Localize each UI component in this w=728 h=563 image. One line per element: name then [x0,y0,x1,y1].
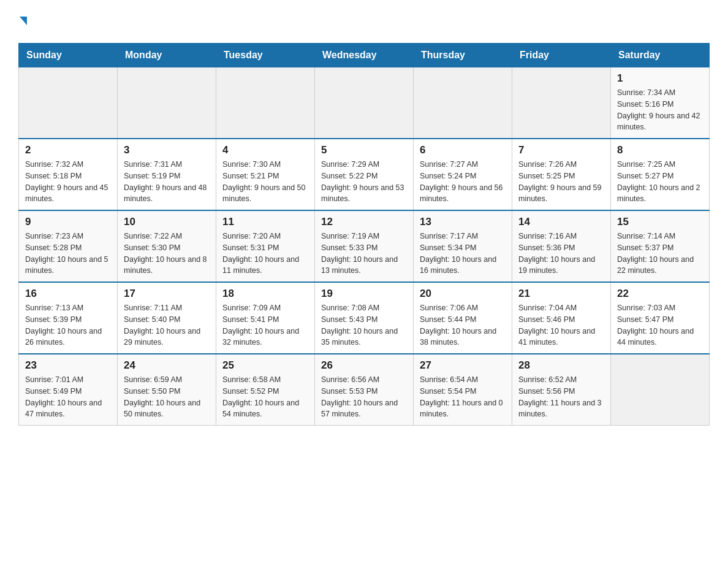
day-number: 10 [124,216,210,228]
day-number: 16 [25,288,111,300]
calendar-cell: 5Sunrise: 7:29 AM Sunset: 5:22 PM Daylig… [315,139,414,210]
column-header-saturday: Saturday [611,44,710,67]
day-number: 28 [518,359,604,372]
day-info: Sunrise: 7:32 AM Sunset: 5:18 PM Dayligh… [25,159,111,205]
day-info: Sunrise: 7:09 AM Sunset: 5:41 PM Dayligh… [222,302,308,348]
day-info: Sunrise: 7:16 AM Sunset: 5:36 PM Dayligh… [518,231,604,277]
column-header-sunday: Sunday [19,44,118,67]
day-number: 5 [321,144,407,156]
day-number: 12 [321,216,407,228]
calendar-cell: 24Sunrise: 6:59 AM Sunset: 5:50 PM Dayli… [118,354,216,426]
calendar-week-2: 2Sunrise: 7:32 AM Sunset: 5:18 PM Daylig… [19,139,710,210]
calendar-cell: 6Sunrise: 7:27 AM Sunset: 5:24 PM Daylig… [414,139,512,210]
day-number: 25 [222,359,308,372]
day-info: Sunrise: 6:54 AM Sunset: 5:54 PM Dayligh… [420,374,506,420]
logo [18,12,27,31]
calendar-cell: 23Sunrise: 7:01 AM Sunset: 5:49 PM Dayli… [19,354,118,426]
calendar-cell: 1Sunrise: 7:34 AM Sunset: 5:16 PM Daylig… [611,67,710,139]
calendar-cell: 7Sunrise: 7:26 AM Sunset: 5:25 PM Daylig… [512,139,611,210]
calendar-cell: 26Sunrise: 6:56 AM Sunset: 5:53 PM Dayli… [315,354,414,426]
calendar-week-4: 16Sunrise: 7:13 AM Sunset: 5:39 PM Dayli… [19,282,710,354]
day-info: Sunrise: 7:14 AM Sunset: 5:37 PM Dayligh… [617,231,703,277]
calendar-cell: 2Sunrise: 7:32 AM Sunset: 5:18 PM Daylig… [19,139,118,210]
column-header-tuesday: Tuesday [216,44,315,67]
day-number: 9 [25,216,111,228]
calendar-week-1: 1Sunrise: 7:34 AM Sunset: 5:16 PM Daylig… [19,67,710,139]
calendar-cell: 8Sunrise: 7:25 AM Sunset: 5:27 PM Daylig… [611,139,710,210]
calendar-cell: 10Sunrise: 7:22 AM Sunset: 5:30 PM Dayli… [118,210,216,282]
column-header-thursday: Thursday [414,44,512,67]
page-header [18,12,710,31]
day-number: 19 [321,288,407,300]
day-info: Sunrise: 7:30 AM Sunset: 5:21 PM Dayligh… [222,159,308,205]
day-number: 13 [420,216,506,228]
calendar-cell [118,67,216,139]
calendar-cell: 18Sunrise: 7:09 AM Sunset: 5:41 PM Dayli… [216,282,315,354]
day-info: Sunrise: 7:29 AM Sunset: 5:22 PM Dayligh… [321,159,407,205]
day-number: 22 [617,288,703,300]
day-number: 1 [617,72,703,85]
calendar-week-5: 23Sunrise: 7:01 AM Sunset: 5:49 PM Dayli… [19,354,710,426]
day-number: 18 [222,288,308,300]
day-info: Sunrise: 6:58 AM Sunset: 5:52 PM Dayligh… [222,374,308,420]
day-info: Sunrise: 6:59 AM Sunset: 5:50 PM Dayligh… [124,374,210,420]
calendar-cell: 4Sunrise: 7:30 AM Sunset: 5:21 PM Daylig… [216,139,315,210]
day-info: Sunrise: 6:56 AM Sunset: 5:53 PM Dayligh… [321,374,407,420]
calendar-cell: 20Sunrise: 7:06 AM Sunset: 5:44 PM Dayli… [414,282,512,354]
calendar-cell: 16Sunrise: 7:13 AM Sunset: 5:39 PM Dayli… [19,282,118,354]
calendar-cell [611,354,710,426]
calendar-cell: 13Sunrise: 7:17 AM Sunset: 5:34 PM Dayli… [414,210,512,282]
day-number: 15 [617,216,703,228]
calendar-cell: 17Sunrise: 7:11 AM Sunset: 5:40 PM Dayli… [118,282,216,354]
day-number: 14 [518,216,604,228]
day-number: 24 [124,359,210,372]
day-info: Sunrise: 7:01 AM Sunset: 5:49 PM Dayligh… [25,374,111,420]
day-number: 11 [222,216,308,228]
day-number: 6 [420,144,506,156]
column-header-monday: Monday [118,44,216,67]
day-info: Sunrise: 7:22 AM Sunset: 5:30 PM Dayligh… [124,231,210,277]
day-info: Sunrise: 7:08 AM Sunset: 5:43 PM Dayligh… [321,302,407,348]
day-info: Sunrise: 7:03 AM Sunset: 5:47 PM Dayligh… [617,302,703,348]
day-info: Sunrise: 7:23 AM Sunset: 5:28 PM Dayligh… [25,231,111,277]
calendar-cell [414,67,512,139]
day-info: Sunrise: 7:34 AM Sunset: 5:16 PM Dayligh… [617,87,703,133]
day-info: Sunrise: 7:13 AM Sunset: 5:39 PM Dayligh… [25,302,111,348]
calendar-cell: 12Sunrise: 7:19 AM Sunset: 5:33 PM Dayli… [315,210,414,282]
calendar-cell: 9Sunrise: 7:23 AM Sunset: 5:28 PM Daylig… [19,210,118,282]
day-number: 23 [25,359,111,372]
day-number: 7 [518,144,604,156]
calendar-cell: 11Sunrise: 7:20 AM Sunset: 5:31 PM Dayli… [216,210,315,282]
day-info: Sunrise: 7:26 AM Sunset: 5:25 PM Dayligh… [518,159,604,205]
day-info: Sunrise: 6:52 AM Sunset: 5:56 PM Dayligh… [518,374,604,420]
calendar-table: SundayMondayTuesdayWednesdayThursdayFrid… [18,43,710,426]
day-info: Sunrise: 7:11 AM Sunset: 5:40 PM Dayligh… [124,302,210,348]
day-number: 21 [518,288,604,300]
day-number: 27 [420,359,506,372]
day-number: 26 [321,359,407,372]
day-number: 17 [124,288,210,300]
day-info: Sunrise: 7:27 AM Sunset: 5:24 PM Dayligh… [420,159,506,205]
calendar-header-row: SundayMondayTuesdayWednesdayThursdayFrid… [19,44,710,67]
column-header-friday: Friday [512,44,611,67]
day-info: Sunrise: 7:17 AM Sunset: 5:34 PM Dayligh… [420,231,506,277]
day-number: 8 [617,144,703,156]
calendar-cell: 19Sunrise: 7:08 AM Sunset: 5:43 PM Dayli… [315,282,414,354]
calendar-cell: 27Sunrise: 6:54 AM Sunset: 5:54 PM Dayli… [414,354,512,426]
calendar-cell: 25Sunrise: 6:58 AM Sunset: 5:52 PM Dayli… [216,354,315,426]
day-info: Sunrise: 7:06 AM Sunset: 5:44 PM Dayligh… [420,302,506,348]
calendar-cell: 15Sunrise: 7:14 AM Sunset: 5:37 PM Dayli… [611,210,710,282]
day-info: Sunrise: 7:04 AM Sunset: 5:46 PM Dayligh… [518,302,604,348]
calendar-cell: 28Sunrise: 6:52 AM Sunset: 5:56 PM Dayli… [512,354,611,426]
calendar-cell: 14Sunrise: 7:16 AM Sunset: 5:36 PM Dayli… [512,210,611,282]
day-number: 20 [420,288,506,300]
calendar-cell [315,67,414,139]
day-number: 2 [25,144,111,156]
day-info: Sunrise: 7:31 AM Sunset: 5:19 PM Dayligh… [124,159,210,205]
calendar-cell: 21Sunrise: 7:04 AM Sunset: 5:46 PM Dayli… [512,282,611,354]
calendar-week-3: 9Sunrise: 7:23 AM Sunset: 5:28 PM Daylig… [19,210,710,282]
calendar-cell [19,67,118,139]
day-info: Sunrise: 7:19 AM Sunset: 5:33 PM Dayligh… [321,231,407,277]
column-header-wednesday: Wednesday [315,44,414,67]
day-number: 4 [222,144,308,156]
